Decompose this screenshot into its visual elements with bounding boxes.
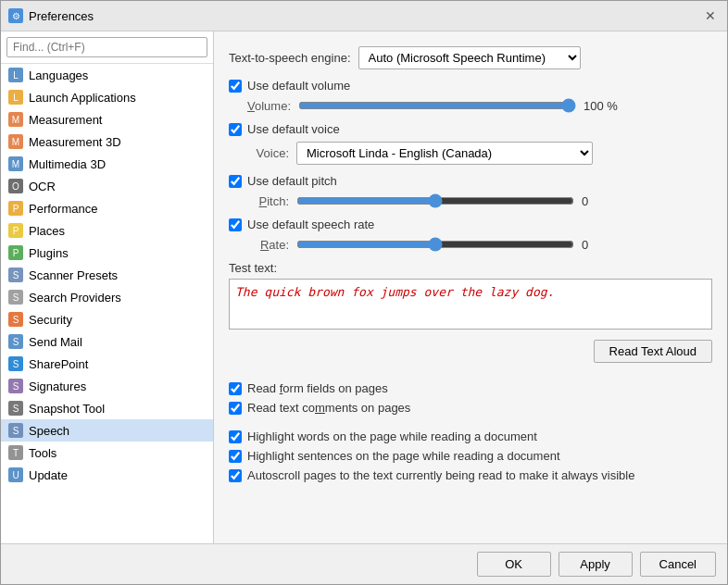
ocr-icon: O	[8, 179, 23, 193]
svg-text:M: M	[12, 159, 19, 169]
svg-text:U: U	[12, 470, 19, 480]
sidebar-item-security[interactable]: SSecurity	[1, 308, 213, 330]
test-text-section: Test text: The quick brown fox jumps ove…	[229, 261, 712, 372]
use-default-pitch-checkbox[interactable]	[229, 175, 242, 188]
sidebar-item-sharepoint[interactable]: SSharePoint	[1, 353, 213, 375]
sidebar-item-search-providers[interactable]: SSearch Providers	[1, 286, 213, 308]
sidebar-item-label-search-providers: Search Providers	[29, 291, 121, 305]
autoscroll-checkbox[interactable]	[229, 469, 242, 482]
languages-icon: L	[8, 68, 23, 82]
sidebar-item-speech[interactable]: SSpeech	[1, 419, 213, 442]
use-default-voice-checkbox[interactable]	[229, 123, 242, 136]
tts-engine-select[interactable]: Auto (Microsoft Speech Runtime)	[358, 46, 581, 69]
snapshot-tool-icon: S	[8, 401, 23, 416]
main-panel: Text-to-speech engine: Auto (Microsoft S…	[214, 31, 727, 543]
rate-value: 0	[582, 238, 619, 252]
use-default-volume-label: Use default volume	[247, 79, 350, 93]
pitch-slider[interactable]	[296, 193, 574, 208]
rate-slider[interactable]	[296, 237, 574, 252]
title-bar-left: ⚙ Preferences	[8, 8, 94, 23]
svg-text:M: M	[12, 115, 19, 125]
highlight-words-checkbox[interactable]	[229, 430, 242, 443]
sidebar-item-send-mail[interactable]: SSend Mail	[1, 330, 213, 353]
test-text-area[interactable]: The quick brown fox jumps over the lazy …	[229, 279, 712, 330]
use-default-rate-label: Use default speech rate	[247, 218, 374, 231]
sharepoint-icon: S	[8, 356, 23, 371]
sidebar-item-label-sharepoint: SharePoint	[29, 357, 88, 371]
tts-label: Text-to-speech engine:	[229, 51, 351, 65]
footer: OK Apply Cancel	[1, 543, 727, 584]
measurement-3d-icon: M	[8, 134, 23, 149]
divider	[229, 420, 712, 429]
autoscroll-row: Autoscroll pages to the text currently b…	[229, 468, 712, 482]
read-form-fields-row: Read form fields on pages	[229, 381, 712, 395]
sidebar-item-label-languages: Languages	[29, 68, 88, 82]
svg-text:S: S	[13, 381, 19, 392]
use-default-pitch-label: Use default pitch	[247, 174, 337, 188]
sidebar-item-plugins[interactable]: PPlugins	[1, 242, 213, 264]
places-icon: P	[8, 223, 23, 238]
sidebar-item-label-security: Security	[29, 313, 72, 327]
close-button[interactable]: ✕	[701, 6, 720, 25]
multimedia-3d-icon: M	[8, 156, 23, 171]
read-text-comments-label: Read text comments on pages	[247, 401, 410, 415]
update-icon: U	[8, 467, 23, 482]
sidebar-item-label-ocr: OCR	[29, 180, 56, 193]
sidebar-item-measurement-3d[interactable]: MMeasurement 3D	[1, 131, 213, 153]
volume-slider[interactable]	[298, 98, 576, 113]
use-default-rate-checkbox[interactable]	[229, 218, 242, 231]
use-default-voice-row: Use default voice	[229, 122, 712, 136]
sidebar-item-tools[interactable]: TTools	[1, 442, 213, 464]
voice-select[interactable]: Microsoft Linda - English (Canada)	[296, 142, 593, 165]
svg-text:S: S	[13, 404, 19, 414]
sidebar-item-snapshot-tool[interactable]: SSnapshot Tool	[1, 397, 213, 419]
sidebar-item-languages[interactable]: LLanguages	[1, 64, 213, 86]
sidebar-item-update[interactable]: UUpdate	[1, 464, 213, 486]
title-bar: ⚙ Preferences ✕	[1, 1, 727, 31]
cancel-button[interactable]: Cancel	[640, 552, 716, 577]
sidebar-item-launch-applications[interactable]: LLaunch Applications	[1, 86, 213, 108]
sidebar-item-label-send-mail: Send Mail	[29, 335, 82, 349]
title-buttons: ✕	[701, 6, 720, 25]
svg-text:S: S	[13, 270, 19, 280]
use-default-voice-label: Use default voice	[247, 122, 340, 136]
sidebar-item-label-performance: Performance	[29, 202, 97, 216]
apply-button[interactable]: Apply	[559, 552, 633, 577]
highlight-sentences-checkbox[interactable]	[229, 450, 242, 463]
sidebar-item-scanner-presets[interactable]: SScanner Presets	[1, 264, 213, 286]
read-text-comments-checkbox[interactable]	[229, 402, 242, 415]
launch-applications-icon: L	[8, 90, 23, 105]
sidebar-item-label-signatures: Signatures	[29, 380, 86, 393]
voice-select-row: Voice: Microsoft Linda - English (Canada…	[247, 142, 712, 165]
read-form-fields-checkbox[interactable]	[229, 382, 242, 395]
test-text-label: Test text:	[229, 261, 712, 275]
svg-text:P: P	[13, 248, 19, 258]
read-form-fields-label: Read form fields on pages	[247, 381, 388, 395]
rate-label: Rate:	[247, 238, 289, 252]
sidebar-item-multimedia-3d[interactable]: MMultimedia 3D	[1, 153, 213, 175]
read-aloud-button[interactable]: Read Text Aloud	[594, 340, 712, 363]
sidebar-item-label-places: Places	[29, 224, 65, 238]
sidebar-item-label-plugins: Plugins	[29, 246, 69, 260]
volume-label: Volume:	[247, 99, 291, 113]
autoscroll-label: Autoscroll pages to the text currently b…	[247, 468, 634, 482]
sidebar-item-signatures[interactable]: SSignatures	[1, 375, 213, 397]
sidebar-item-performance[interactable]: PPerformance	[1, 197, 213, 219]
use-default-pitch-row: Use default pitch	[229, 174, 712, 188]
use-default-volume-checkbox[interactable]	[229, 80, 242, 93]
sidebar-item-label-scanner-presets: Scanner Presets	[29, 268, 118, 282]
volume-value: 100 %	[584, 99, 621, 113]
sidebar-item-measurement[interactable]: MMeasurement	[1, 108, 213, 131]
app-icon: ⚙	[8, 8, 23, 23]
ok-button[interactable]: OK	[477, 552, 551, 577]
search-input[interactable]	[6, 37, 207, 57]
svg-text:P: P	[13, 226, 19, 236]
window-title: Preferences	[29, 9, 94, 23]
voice-label: Voice:	[247, 146, 289, 160]
search-providers-icon: S	[8, 290, 23, 305]
sidebar-item-places[interactable]: PPlaces	[1, 219, 213, 242]
highlight-words-label: Highlight words on the page while readin…	[247, 429, 537, 443]
scanner-presets-icon: S	[8, 268, 23, 282]
sidebar-item-label-measurement-3d: Measurement 3D	[29, 135, 121, 149]
sidebar-item-ocr[interactable]: OOCR	[1, 175, 213, 197]
